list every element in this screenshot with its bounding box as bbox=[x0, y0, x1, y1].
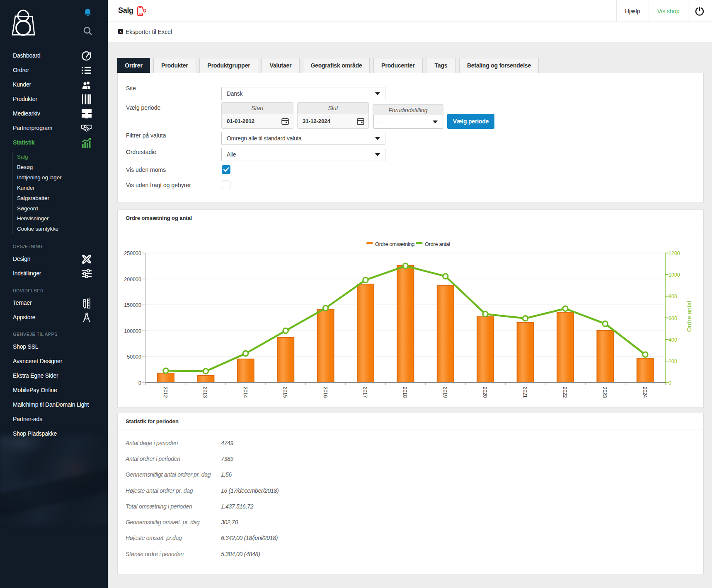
svg-text:2018: 2018 bbox=[402, 387, 408, 398]
svg-text:2023: 2023 bbox=[602, 387, 608, 398]
svg-text:2021: 2021 bbox=[522, 387, 528, 398]
svg-text:250000: 250000 bbox=[124, 251, 141, 256]
svg-text:600: 600 bbox=[668, 316, 677, 321]
svg-text:0: 0 bbox=[668, 380, 671, 386]
svg-text:2016: 2016 bbox=[322, 387, 328, 398]
svg-text:200: 200 bbox=[668, 359, 677, 364]
svg-text:2014: 2014 bbox=[242, 387, 248, 398]
svg-text:1000: 1000 bbox=[668, 272, 680, 278]
svg-text:400: 400 bbox=[668, 337, 677, 343]
svg-text:Ordre antal: Ordre antal bbox=[685, 301, 693, 332]
svg-text:2015: 2015 bbox=[282, 387, 288, 398]
svg-text:2017: 2017 bbox=[362, 387, 368, 398]
svg-text:200000: 200000 bbox=[124, 277, 141, 282]
svg-text:2022: 2022 bbox=[562, 387, 568, 398]
svg-text:Ordre antal: Ordre antal bbox=[425, 241, 450, 247]
svg-text:2024: 2024 bbox=[642, 387, 648, 398]
svg-text:100000: 100000 bbox=[124, 328, 141, 334]
svg-text:Ordre omsætning: Ordre omsætning bbox=[375, 241, 414, 247]
svg-text:2013: 2013 bbox=[202, 387, 208, 398]
svg-text:2020: 2020 bbox=[482, 387, 488, 398]
svg-text:1200: 1200 bbox=[668, 251, 680, 256]
svg-text:0: 0 bbox=[138, 380, 141, 386]
svg-text:2019: 2019 bbox=[442, 387, 448, 398]
svg-text:2012: 2012 bbox=[162, 387, 168, 398]
svg-text:150000: 150000 bbox=[124, 302, 141, 308]
svg-text:800: 800 bbox=[668, 294, 677, 299]
svg-text:50000: 50000 bbox=[127, 354, 141, 360]
